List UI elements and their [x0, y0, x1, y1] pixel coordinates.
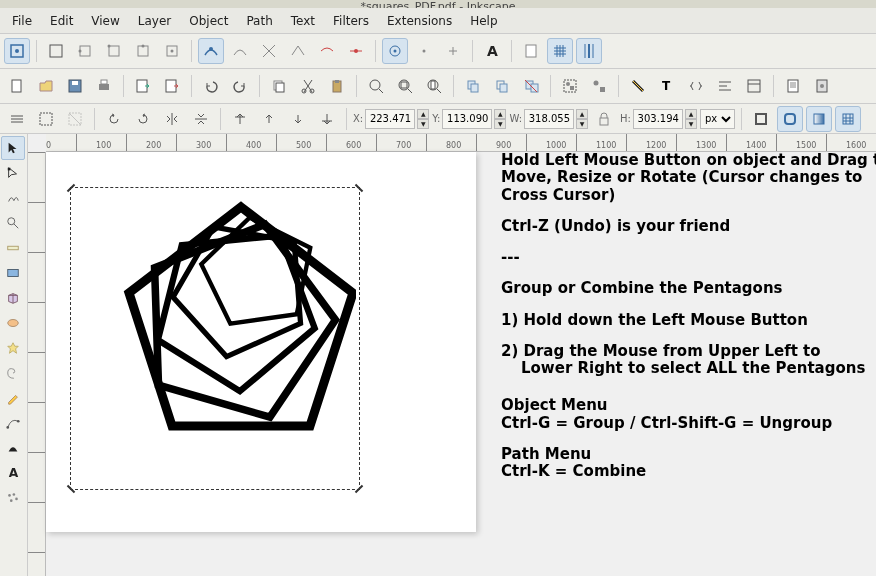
tweak-tool-icon[interactable] [1, 186, 25, 210]
zoom-selection-icon[interactable] [363, 73, 389, 99]
snap-bbox-center-icon[interactable] [159, 38, 185, 64]
menu-edit[interactable]: Edit [42, 12, 81, 30]
canvas[interactable]: Hold Left Mouse Button on object and Dra… [46, 152, 876, 576]
unit-select[interactable]: px [700, 109, 735, 129]
export-icon[interactable] [159, 73, 185, 99]
x-input[interactable] [365, 109, 415, 129]
import-icon[interactable] [130, 73, 156, 99]
redo-icon[interactable] [227, 73, 253, 99]
snap-enable-icon[interactable] [4, 38, 30, 64]
zoom-page-icon[interactable] [421, 73, 447, 99]
bezier-tool-icon[interactable] [1, 411, 25, 435]
fill-stroke-icon[interactable] [625, 73, 651, 99]
svg-point-68 [13, 493, 16, 496]
copy-icon[interactable] [266, 73, 292, 99]
prefs-icon[interactable] [741, 73, 767, 99]
duplicate-icon[interactable] [460, 73, 486, 99]
spray-tool-icon[interactable] [1, 486, 25, 510]
selector-tool-icon[interactable] [1, 136, 25, 160]
paste-icon[interactable] [324, 73, 350, 99]
flip-h-icon[interactable] [159, 106, 185, 132]
menu-object[interactable]: Object [181, 12, 236, 30]
menu-filters[interactable]: Filters [325, 12, 377, 30]
new-doc-icon[interactable] [4, 73, 30, 99]
undo-icon[interactable] [198, 73, 224, 99]
snap-grid-icon[interactable] [547, 38, 573, 64]
zoom-tool-icon[interactable] [1, 211, 25, 235]
affect-corners-icon[interactable] [777, 106, 803, 132]
select-all-icon[interactable] [33, 106, 59, 132]
snap-guide-icon[interactable] [576, 38, 602, 64]
affect-stroke-icon[interactable] [748, 106, 774, 132]
rotate-ccw-icon[interactable] [101, 106, 127, 132]
raise-top-icon[interactable] [227, 106, 253, 132]
w-input[interactable] [524, 109, 574, 129]
affect-pattern-icon[interactable] [835, 106, 861, 132]
calligraphy-tool-icon[interactable] [1, 436, 25, 460]
menu-extensions[interactable]: Extensions [379, 12, 460, 30]
snap-text-icon[interactable]: A [479, 38, 505, 64]
pencil-tool-icon[interactable] [1, 386, 25, 410]
input-devices-icon[interactable] [809, 73, 835, 99]
instruction-line-6b: Lower Right to select ALL the Pentagons [501, 360, 876, 377]
menu-file[interactable]: File [4, 12, 40, 30]
spiral-tool-icon[interactable] [1, 361, 25, 385]
y-field[interactable]: Y: ▲▼ [432, 109, 506, 129]
lock-aspect-icon[interactable] [591, 106, 617, 132]
snap-nodes-icon[interactable] [198, 38, 224, 64]
menu-path[interactable]: Path [238, 12, 280, 30]
snap-smooth-icon[interactable] [314, 38, 340, 64]
affect-gradient-icon[interactable] [806, 106, 832, 132]
snap-path-icon[interactable] [227, 38, 253, 64]
rotate-cw-icon[interactable] [130, 106, 156, 132]
snap-midpoint-icon[interactable] [343, 38, 369, 64]
star-tool-icon[interactable] [1, 336, 25, 360]
h-input[interactable] [633, 109, 683, 129]
print-icon[interactable] [91, 73, 117, 99]
snap-center-icon[interactable] [411, 38, 437, 64]
pentagon-drawing[interactable] [76, 192, 356, 482]
text-dialog-icon[interactable]: T [654, 73, 680, 99]
h-field[interactable]: H: ▲▼ [620, 109, 697, 129]
lower-icon[interactable] [285, 106, 311, 132]
group-icon[interactable] [557, 73, 583, 99]
open-icon[interactable] [33, 73, 59, 99]
lower-bottom-icon[interactable] [314, 106, 340, 132]
measure-tool-icon[interactable] [1, 236, 25, 260]
w-field[interactable]: W: ▲▼ [509, 109, 588, 129]
snap-other-icon[interactable] [382, 38, 408, 64]
canvas-area[interactable]: 0 100 200 300 400 500 600 700 800 900 10… [28, 134, 876, 576]
node-tool-icon[interactable] [1, 161, 25, 185]
deselect-icon[interactable] [62, 106, 88, 132]
ungroup-icon[interactable] [586, 73, 612, 99]
zoom-drawing-icon[interactable] [392, 73, 418, 99]
menu-view[interactable]: View [83, 12, 127, 30]
xml-editor-icon[interactable] [683, 73, 709, 99]
snap-bbox-icon[interactable] [43, 38, 69, 64]
snap-bbox-midpoint-icon[interactable] [130, 38, 156, 64]
text-tool-icon[interactable]: A [1, 461, 25, 485]
raise-icon[interactable] [256, 106, 282, 132]
rect-tool-icon[interactable] [1, 261, 25, 285]
menu-help[interactable]: Help [462, 12, 505, 30]
align-dialog-icon[interactable] [712, 73, 738, 99]
select-all-layers-icon[interactable] [4, 106, 30, 132]
snap-intersection-icon[interactable] [256, 38, 282, 64]
x-field[interactable]: X: ▲▼ [353, 109, 429, 129]
unlink-clone-icon[interactable] [518, 73, 544, 99]
clone-icon[interactable] [489, 73, 515, 99]
ellipse-tool-icon[interactable] [1, 311, 25, 335]
doc-prefs-icon[interactable] [780, 73, 806, 99]
cut-icon[interactable] [295, 73, 321, 99]
snap-bbox-edge-icon[interactable] [72, 38, 98, 64]
flip-v-icon[interactable] [188, 106, 214, 132]
3dbox-tool-icon[interactable] [1, 286, 25, 310]
snap-bbox-corner-icon[interactable] [101, 38, 127, 64]
menu-text[interactable]: Text [283, 12, 323, 30]
snap-cusp-icon[interactable] [285, 38, 311, 64]
snap-rotation-icon[interactable] [440, 38, 466, 64]
save-icon[interactable] [62, 73, 88, 99]
snap-page-icon[interactable] [518, 38, 544, 64]
y-input[interactable] [442, 109, 492, 129]
menu-layer[interactable]: Layer [130, 12, 179, 30]
